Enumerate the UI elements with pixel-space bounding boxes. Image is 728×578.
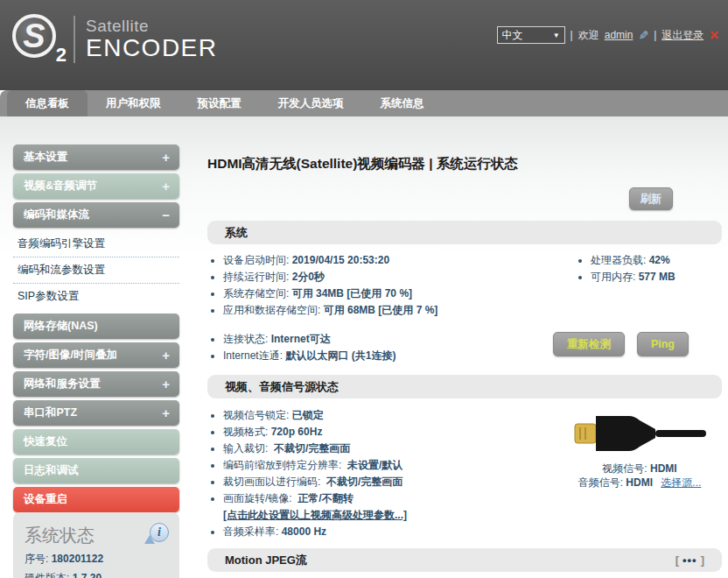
status-label: 编码前缩放到特定分辨率: bbox=[223, 459, 341, 471]
status-value: 42% bbox=[649, 254, 670, 266]
edit-pencil-icon[interactable]: ✎ bbox=[636, 30, 650, 40]
sidebar-item-label: 网络和服务设置 bbox=[24, 377, 101, 391]
status-value: Internet可达 bbox=[271, 333, 331, 345]
connection-status-list: 连接状态: Internet可达 Internet连通: 默认以太网口 (共1连… bbox=[207, 331, 396, 364]
page-title: HDMI高清无线(Satellite)视频编码器 | 系统运行状态 bbox=[207, 155, 722, 173]
content-area: 基本设置 + 视频&音频调节 + 编码和媒体流 − 音频编码引擎设置 编码和流参… bbox=[0, 116, 728, 578]
sidebar-item-quick-reset[interactable]: 快速复位 bbox=[13, 429, 179, 455]
system-status-columns: 设备启动时间: 2019/04/15 20:53:20 持续运行时间: 2分0秒… bbox=[207, 252, 722, 319]
status-label: 音频采样率: bbox=[223, 525, 278, 538]
sidebar-item-device-reboot[interactable]: 设备重启 bbox=[13, 487, 179, 512]
welcome-label: 欢迎 bbox=[578, 28, 599, 43]
logo-subscript: 2 bbox=[56, 44, 66, 67]
plus-icon: + bbox=[162, 405, 170, 420]
separator: | bbox=[654, 29, 656, 41]
hw-version-label: 硬件版本: bbox=[24, 572, 69, 578]
sidebar-item-label: 字符/图像/时间叠加 bbox=[24, 348, 117, 363]
status-label: 处理器负载: bbox=[591, 254, 646, 266]
sidebar-item-encoding-media[interactable]: 编码和媒体流 − bbox=[13, 202, 179, 228]
av-status-list: 视频信号锁定: 已锁定 视频格式: 720p 60Hz 输入裁切: 不裁切/完整… bbox=[207, 407, 557, 540]
av-status-row: 视频信号锁定: 已锁定 视频格式: 720p 60Hz 输入裁切: 不裁切/完整… bbox=[207, 407, 722, 540]
sidebar-item-av-adjust[interactable]: 视频&音频调节 + bbox=[13, 173, 179, 199]
refresh-row: 刷新 bbox=[207, 187, 673, 210]
status-label: 视频信号锁定: bbox=[223, 409, 289, 421]
tab-developer-options[interactable]: 开发人员选项 bbox=[260, 90, 362, 116]
status-label: 视频格式: bbox=[223, 426, 268, 438]
status-label: Internet连通: bbox=[223, 349, 283, 362]
plus-icon: + bbox=[162, 179, 170, 194]
status-item: 连接状态: Internet可达 bbox=[223, 331, 396, 348]
ellipsis-menu[interactable]: [•••] bbox=[676, 553, 704, 567]
sidebar-item-network-services[interactable]: 网络和服务设置 + bbox=[13, 371, 179, 397]
logout-close-icon[interactable]: ✕ bbox=[709, 28, 719, 42]
ping-button[interactable]: Ping bbox=[637, 332, 689, 356]
section-title: 视频、音频信号源状态 bbox=[225, 379, 339, 395]
s2-logo-icon: S 2 bbox=[10, 11, 68, 68]
sidebar-item-basic-settings[interactable]: 基本设置 + bbox=[13, 144, 179, 170]
status-label: 裁切画面以进行编码: bbox=[223, 476, 320, 488]
status-value: 48000 Hz bbox=[282, 525, 326, 538]
submenu-item-stream-params[interactable]: 编码和流参数设置 bbox=[13, 257, 179, 284]
audio-signal-label: 音频信号: bbox=[578, 476, 623, 489]
tab-dashboard[interactable]: 信息看板 bbox=[7, 90, 88, 116]
chevron-down-icon: ▼ bbox=[553, 32, 560, 39]
logo-divider bbox=[74, 16, 75, 63]
logout-link[interactable]: 退出登录 bbox=[662, 28, 704, 43]
system-status-list-right: 处理器负载: 42% 可用内存: 577 MB bbox=[575, 252, 722, 319]
bracket: [ bbox=[676, 553, 679, 567]
status-value: 720p 60Hz bbox=[271, 426, 323, 438]
serial-value: 180201122 bbox=[52, 553, 103, 565]
status-value: 正常/不翻转 bbox=[298, 492, 353, 504]
hdmi-figure: 视频信号: HDMI 音频信号: HDMI 选择源... bbox=[557, 407, 722, 540]
audio-signal-value: HDMI bbox=[626, 476, 653, 489]
section-header-av-source: 视频、音频信号源状态 bbox=[207, 375, 722, 398]
sidebar-item-label: 网络存储(NAS) bbox=[24, 319, 98, 334]
status-item: 处理器负载: 42% bbox=[591, 252, 722, 269]
sidebar-item-nas[interactable]: 网络存储(NAS) bbox=[13, 314, 179, 339]
section-header-system: 系统 bbox=[207, 221, 722, 244]
status-item: 应用和数据存储空间: 可用 68MB [已使用 7 %] bbox=[223, 302, 575, 319]
username-link[interactable]: admin bbox=[605, 29, 634, 41]
advanced-params-link[interactable]: [点击此处设置以上视频高级处理参数...] bbox=[223, 509, 407, 521]
sidebar-item-label: 基本设置 bbox=[24, 150, 67, 165]
audio-signal-caption: 音频信号: HDMI 选择源... bbox=[557, 476, 722, 490]
app-header: S 2 Satellite ENCODER 中文 ▼ | 欢迎 admin ✎ … bbox=[0, 0, 728, 90]
minus-icon: − bbox=[162, 208, 170, 222]
header-user-area: 中文 ▼ | 欢迎 admin ✎ | 退出登录 ✕ bbox=[497, 26, 719, 44]
sidebar-item-serial-ptz[interactable]: 串口和PTZ + bbox=[13, 400, 179, 426]
status-label: 设备启动时间: bbox=[223, 254, 289, 266]
submenu-item-sip-params[interactable]: SIP参数设置 bbox=[13, 284, 179, 309]
sidebar-item-logs-debug[interactable]: 日志和调试 bbox=[13, 458, 179, 483]
status-value: 可用 68MB [已使用 7 %] bbox=[324, 304, 438, 316]
sidebar-item-label: 快速复位 bbox=[24, 434, 67, 449]
status-item: 视频格式: 720p 60Hz bbox=[223, 424, 557, 441]
tab-users-permissions[interactable]: 用户和权限 bbox=[88, 90, 179, 116]
status-value: 可用 34MB [已使用 70 %] bbox=[292, 287, 412, 300]
status-value: 默认以太网口 (共1连接) bbox=[285, 349, 396, 362]
language-select[interactable]: 中文 ▼ bbox=[497, 26, 565, 44]
ellipsis-dots-icon: ••• bbox=[682, 553, 697, 567]
connection-status-row: 连接状态: Internet可达 Internet连通: 默认以太网口 (共1连… bbox=[207, 331, 722, 364]
bracket: ] bbox=[701, 553, 704, 567]
video-signal-value: HDMI bbox=[650, 462, 677, 475]
status-item: 画面旋转/镜像: 正常/不翻转 bbox=[223, 490, 557, 507]
tab-presets[interactable]: 预设配置 bbox=[179, 90, 260, 116]
submenu-item-audio-engine[interactable]: 音频编码引擎设置 bbox=[13, 231, 179, 257]
plus-icon: + bbox=[162, 377, 170, 391]
serial-number-line: 序号: 180201122 bbox=[24, 552, 168, 567]
sidebar-item-overlay[interactable]: 字符/图像/时间叠加 + bbox=[13, 342, 179, 368]
recheck-button[interactable]: 重新检测 bbox=[553, 332, 625, 356]
language-selected-value: 中文 bbox=[502, 28, 523, 43]
status-value: 已锁定 bbox=[292, 409, 324, 421]
info-icon[interactable]: i bbox=[150, 523, 169, 542]
video-signal-label: 视频信号: bbox=[602, 462, 647, 475]
hw-version-value: 1.7.20 bbox=[73, 572, 102, 578]
status-item: 设备启动时间: 2019/04/15 20:53:20 bbox=[223, 252, 575, 269]
plus-icon: + bbox=[162, 348, 170, 363]
main-panel: HDMI高清无线(Satellite)视频编码器 | 系统运行状态 刷新 系统 … bbox=[207, 116, 722, 572]
select-source-link[interactable]: 选择源... bbox=[661, 476, 701, 489]
refresh-button[interactable]: 刷新 bbox=[629, 187, 673, 210]
tab-system-info[interactable]: 系统信息 bbox=[362, 90, 443, 116]
hdmi-cable-image bbox=[571, 409, 708, 458]
connection-buttons: 重新检测 Ping bbox=[553, 332, 689, 356]
